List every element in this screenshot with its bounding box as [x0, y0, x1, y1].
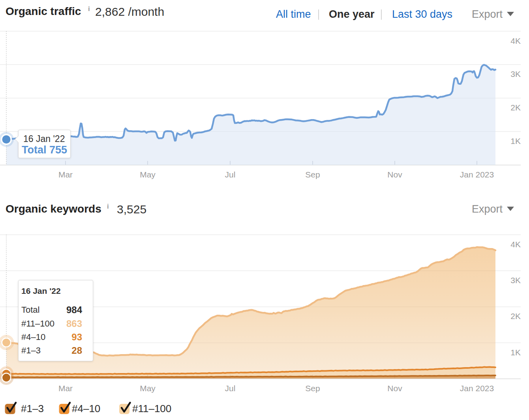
svg-text:May: May [140, 384, 156, 393]
svg-text:Mar: Mar [58, 384, 73, 393]
svg-text:4K: 4K [510, 240, 521, 249]
svg-text:4K: 4K [510, 36, 521, 45]
svg-text:Sep: Sep [305, 384, 320, 393]
svg-text:Jul: Jul [225, 384, 236, 393]
svg-text:#4–10: #4–10 [72, 403, 100, 414]
svg-text:Nov: Nov [387, 170, 402, 179]
svg-text:#11–100: #11–100 [132, 403, 171, 414]
svg-text:Jul: Jul [225, 170, 236, 179]
svg-text:3K: 3K [510, 276, 521, 285]
svg-text:#1–3: #1–3 [21, 403, 44, 414]
svg-text:Sep: Sep [305, 170, 320, 179]
svg-text:1K: 1K [510, 348, 521, 357]
svg-text:Mar: Mar [58, 170, 73, 179]
svg-text:Nov: Nov [387, 384, 402, 393]
svg-text:2K: 2K [510, 103, 521, 112]
svg-text:2K: 2K [510, 312, 521, 321]
svg-text:May: May [140, 170, 156, 179]
svg-text:1K: 1K [510, 136, 521, 146]
svg-text:Jan 2023: Jan 2023 [460, 384, 494, 393]
svg-text:3K: 3K [510, 69, 521, 78]
svg-text:Jan 2023: Jan 2023 [460, 170, 494, 179]
